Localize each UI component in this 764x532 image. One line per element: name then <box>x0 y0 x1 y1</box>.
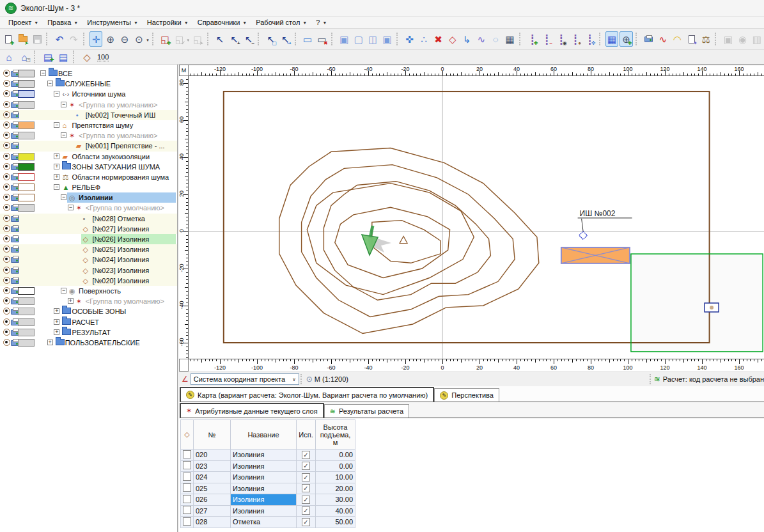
used-checkbox[interactable]: ✓ <box>302 462 310 470</box>
collapse-box[interactable]: − <box>54 122 59 128</box>
visibility-eye-icon[interactable] <box>3 215 10 222</box>
tree-row--028-отметка[interactable]: •[№028] Отметка <box>0 214 177 224</box>
visibility-eye-icon[interactable] <box>3 163 10 170</box>
redo-icon[interactable]: ↷ <box>67 31 80 47</box>
visibility-eye-icon[interactable] <box>3 101 10 108</box>
table-header-1[interactable]: № <box>194 420 231 450</box>
table-row-020[interactable]: 020Изолиния✓0.00 <box>181 450 355 461</box>
visibility-eye-icon[interactable] <box>3 111 10 118</box>
visibility-eye-icon[interactable] <box>3 153 10 160</box>
table-header-2[interactable]: Название <box>231 420 297 450</box>
save-icon[interactable] <box>31 31 43 47</box>
visibility-eye-icon[interactable] <box>3 132 10 139</box>
tree-row-области-звукоизоляции[interactable]: +▰Области звукоизоляции <box>0 152 177 162</box>
used-checkbox[interactable]: ✓ <box>302 518 310 526</box>
menu-4[interactable]: Справочники▼ <box>193 17 252 27</box>
visibility-eye-icon[interactable] <box>3 318 10 325</box>
print-layer-icon[interactable] <box>11 143 19 149</box>
expand-box[interactable]: + <box>54 329 59 335</box>
expand-box[interactable]: + <box>54 153 59 159</box>
delete-object-icon[interactable]: ✖ <box>432 31 444 47</box>
tree-row-препятствия-шуму[interactable]: −⌂Препятствия шуму <box>0 120 177 130</box>
visibility-eye-icon[interactable] <box>3 287 10 294</box>
expand-box[interactable]: + <box>54 319 59 325</box>
visibility-eye-icon[interactable] <box>3 225 10 232</box>
visibility-eye-icon[interactable] <box>3 267 10 274</box>
select-by-object-icon[interactable]: ↖▢ <box>265 31 277 47</box>
tree-row-зоны-затухания-шума[interactable]: +ЗОНЫ ЗАТУХАНИЯ ШУМА <box>0 162 177 172</box>
normative-icon[interactable]: ⚖ <box>699 31 712 47</box>
scale-color-icon[interactable]: ┋● <box>569 31 582 47</box>
tree-row-рельеф[interactable]: −▲РЕЛЬЕФ <box>0 182 177 192</box>
used-checkbox[interactable]: ✓ <box>302 451 310 459</box>
collapse-box[interactable]: − <box>68 205 74 210</box>
scale-add-icon[interactable]: ┋✚ <box>526 31 538 47</box>
pick-object-icon[interactable]: ◱➤ <box>191 31 204 47</box>
row-select-checkbox[interactable] <box>183 461 191 469</box>
map-pane[interactable]: М -140-120-100-80-60-40-2002040608010012… <box>179 65 764 359</box>
helmet-icon[interactable]: ◠ <box>671 31 683 47</box>
select-add-cursor-icon[interactable]: ↖+ <box>228 31 240 47</box>
visibility-eye-icon[interactable] <box>3 90 10 97</box>
print-layer-icon[interactable] <box>11 226 19 232</box>
grid-scale-icon[interactable]: ▦ <box>605 31 618 47</box>
zoom-extent-icon[interactable]: ⊙▾ <box>132 31 145 47</box>
collapse-box[interactable]: − <box>61 194 66 200</box>
layer-color-swatch[interactable] <box>18 163 35 171</box>
select-drag-icon[interactable]: ↖↪ <box>279 31 292 47</box>
undo-icon[interactable]: ↶ <box>53 31 66 47</box>
expand-box[interactable]: + <box>54 174 59 180</box>
table-header-4[interactable]: Высотаподъема,м <box>316 420 355 450</box>
tree-row--027-изолиния[interactable]: ◇[№027] Изолиния <box>0 224 177 234</box>
layer-color-swatch[interactable] <box>18 121 35 129</box>
layer-color-swatch[interactable] <box>18 132 35 139</box>
collapse-box[interactable]: − <box>61 102 66 107</box>
layer-color-swatch[interactable] <box>18 90 35 98</box>
layers-icon[interactable]: ▤ <box>56 51 70 63</box>
scale-remove-icon[interactable]: ┋− <box>540 31 553 47</box>
copy-object-icon[interactable]: ▣ <box>338 31 350 47</box>
print-layer-icon[interactable] <box>11 216 19 222</box>
move-object-icon[interactable]: ✜ <box>403 31 416 47</box>
collapse-box[interactable]: − <box>54 91 59 97</box>
print-layer-icon[interactable] <box>11 268 19 274</box>
row-select-checkbox[interactable] <box>183 506 191 514</box>
tree-row--группа-по-умолчанию-[interactable]: +✶<Группа по умолчанию> <box>0 296 177 306</box>
used-checkbox[interactable]: ✓ <box>302 473 310 481</box>
menu-5[interactable]: Рабочий стол▼ <box>251 17 311 27</box>
edit-polyline-icon[interactable]: ↳ <box>460 31 473 47</box>
visibility-eye-icon[interactable] <box>3 329 10 336</box>
tree-row--020-изолиния[interactable]: ◇[№020] Изолиния <box>0 276 177 286</box>
table-header-3[interactable]: Исп. <box>297 420 316 450</box>
copy-group-icon[interactable]: ◫ <box>366 31 379 47</box>
tree-row--группа-по-умолчанию-[interactable]: −✶<Группа по умолчанию> <box>0 100 177 110</box>
print-layer-icon[interactable] <box>11 278 19 284</box>
used-checkbox[interactable]: ✓ <box>302 484 310 492</box>
table-row-024[interactable]: 024Изолиния✓10.00 <box>181 472 355 483</box>
visibility-eye-icon[interactable] <box>3 142 10 149</box>
tree-row--группа-по-умолчанию-[interactable]: −✶<Группа по умолчанию> <box>0 203 177 213</box>
levels-chart-icon[interactable]: ▥ <box>751 31 763 47</box>
tree-row-служебные[interactable]: −СЛУЖЕБНЫЕ <box>0 79 177 89</box>
collapse-box[interactable]: − <box>61 132 66 138</box>
table-row-026[interactable]: 026Изолиния✓30.00 <box>181 494 355 506</box>
edit-polygon-icon[interactable]: ◇ <box>446 31 459 47</box>
edit-region-icon[interactable]: ▦ <box>503 31 516 47</box>
zoom-out-icon[interactable]: ⊖ <box>118 31 131 47</box>
layer-color-swatch[interactable] <box>18 173 35 181</box>
tree-row-поверхность[interactable]: −◉Поверхность <box>0 286 177 296</box>
scale-view-icon[interactable]: ┋◉ <box>554 31 567 47</box>
print-icon[interactable] <box>642 31 655 47</box>
measure-ruler-icon[interactable]: ▭ <box>301 31 314 47</box>
visibility-eye-icon[interactable] <box>3 297 10 304</box>
expand-box[interactable]: + <box>54 308 59 314</box>
visibility-eye-icon[interactable] <box>3 339 10 346</box>
doc-tab-1[interactable]: ✎Перспектива <box>434 388 499 402</box>
table-row-027[interactable]: 027Изолиния✓40.00 <box>181 505 355 517</box>
select-remove-cursor-icon[interactable]: ↖− <box>242 31 255 47</box>
expand-box[interactable]: + <box>47 340 53 345</box>
doc-tab-0[interactable]: ✎Карта (вариант расчета: Эколог-Шум. Вар… <box>180 387 434 402</box>
tree-row-результат[interactable]: +РЕЗУЛЬТАТ <box>0 327 177 338</box>
layer-color-swatch[interactable] <box>18 329 35 336</box>
edit-curve-icon[interactable]: ∿ <box>475 31 488 47</box>
